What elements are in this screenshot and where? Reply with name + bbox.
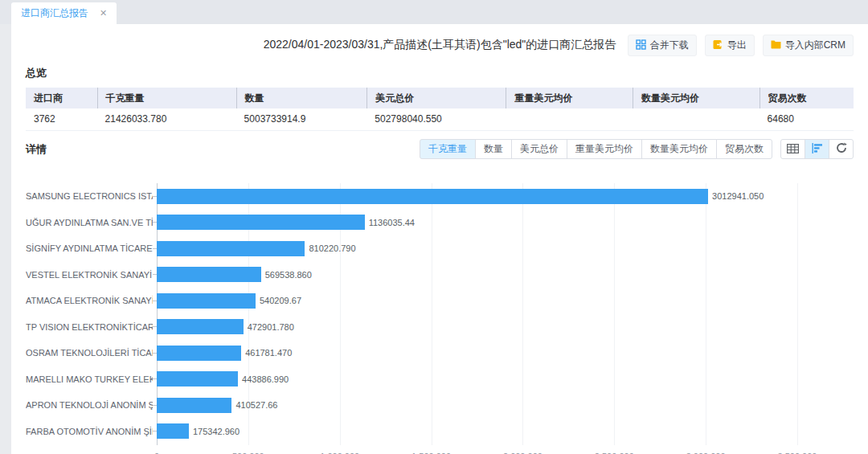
metric-tab-5[interactable]: 贸易次数 [716,139,772,159]
metric-tab-0[interactable]: 千克重量 [420,139,476,159]
overview-column-header: 进口商 [26,88,97,108]
bar[interactable] [157,189,708,204]
overview-column-header: 贸易次数 [760,88,854,108]
bar-value-label: 3012941.050 [712,191,764,201]
import-crm-label: 导入内部CRM [785,39,845,52]
bar-track: 3012941.050 [157,189,797,204]
report-panel: 2022/04/01-2023/03/31,产品描述(土耳其语)包含"led"的… [11,24,868,454]
bar-value-label: 461781.470 [245,348,292,358]
overview-cell: 502798040.550 [366,108,506,130]
metric-tab-3[interactable]: 重量美元均价 [567,139,642,159]
bar-track: 461781.470 [157,346,797,361]
table-view-button[interactable] [780,139,805,159]
bar[interactable] [157,215,365,230]
metric-tab-2[interactable]: 美元总价 [511,139,567,159]
category-label: SAMSUNG ELECTRONICS ISTANBUL P... [26,191,153,201]
bar-value-label: 410527.66 [235,400,277,410]
overview-column-header: 重量美元均价 [506,88,633,108]
overview-table: 进口商千克重量数量美元总价重量美元均价数量美元均价贸易次数 3762214260… [26,88,854,131]
bar-value-label: 175342.960 [193,427,240,436]
detail-section-title: 详情 [26,142,47,157]
category-label: SİGNİFY AYDINLATMA TİCARET ANO... [26,243,153,253]
merge-download-label: 合并下载 [650,39,689,52]
overview-cell: 64680 [760,108,854,130]
overview-column-header: 美元总价 [366,88,506,108]
bar-track: 810220.790 [157,241,797,256]
tab-title: 进口商汇总报告 [21,6,88,20]
bar-track: 175342.960 [157,423,797,439]
bar[interactable] [157,371,238,387]
bar[interactable] [157,398,231,413]
chart-row: APRON TEKNOLOJİ ANONİM ŞİRKETİ410527.66 [26,392,854,419]
x-axis: 0500,0001,000,0001,500,0002,000,0002,500… [157,447,797,454]
tab-close-icon[interactable]: ✕ [100,8,107,18]
import-crm-icon [771,39,781,51]
view-switcher [780,139,854,159]
bar-track: 540209.67 [157,293,797,309]
chart-row: MARELLI MAKO TURKEY ELEKTRİK S...443886.… [26,366,854,393]
export-button[interactable]: 导出 [705,35,755,56]
chart-row: FARBA OTOMOTİV ANONİM ŞİRKETİ175342.960 [26,419,854,445]
chart-row: TP VISION ELEKTRONİKTİCARET AN...472901.… [26,314,854,341]
overview-column-header: 数量 [236,88,367,108]
bar[interactable] [157,293,256,309]
import-crm-button[interactable]: 导入内部CRM [763,35,854,56]
bar-track: 1136035.44 [157,215,797,230]
category-label: APRON TEKNOLOJİ ANONİM ŞİRKETİ [26,400,153,410]
export-label: 导出 [727,39,747,52]
overview-cell: 3762 [26,108,97,130]
bar-track: 569538.860 [157,267,797,282]
tab-importer-summary-report[interactable]: 进口商汇总报告 ✕ [11,2,117,24]
category-label: UĞUR AYDINLATMA SAN.VE TİC.LTD... [26,218,153,227]
category-label: TP VISION ELEKTRONİKTİCARET AN... [26,322,153,332]
report-header: 2022/04/01-2023/03/31,产品描述(土耳其语)包含"led"的… [26,32,854,59]
merge-download-button[interactable]: 合并下载 [628,35,697,56]
overview-header-row: 进口商千克重量数量美元总价重量美元均价数量美元均价贸易次数 [26,88,854,108]
table-view-icon [787,142,799,157]
bar[interactable] [157,267,261,282]
metric-tab-1[interactable]: 数量 [475,139,512,159]
refresh-button[interactable] [829,139,854,159]
chart-row: VESTEL ELEKTRONİK SANAYİ VE Tİ...569538.… [26,262,854,288]
category-label: ATMACA ELEKTRONİK SANAYİ VE Tİ... [26,296,153,305]
overview-cell [633,108,760,130]
detail-section-header: 详情 千克重量数量美元总价重量美元均价数量美元均价贸易次数 [26,139,854,159]
bar[interactable] [157,319,244,334]
app-screen: 进口商汇总报告 ✕ 2022/04/01-2023/03/31,产品描述(土耳其… [0,0,868,454]
metric-tab-4[interactable]: 数量美元均价 [641,139,717,159]
bar-track: 472901.780 [157,319,797,334]
importer-bar-chart: SAMSUNG ELECTRONICS ISTANBUL P...3012941… [26,172,854,454]
overview-column-header: 千克重量 [97,88,236,108]
bar[interactable] [157,423,189,439]
bar-track: 443886.990 [157,371,797,387]
bar-chart-view-button[interactable] [805,139,829,159]
category-label: OSRAM TEKNOLOJİLERİ TİCARET AN... [26,348,153,358]
overview-section-title: 总览 [26,66,854,80]
chart-rows: SAMSUNG ELECTRONICS ISTANBUL P...3012941… [26,183,854,444]
chart-row: ATMACA ELEKTRONİK SANAYİ VE Tİ...540209.… [26,288,854,314]
category-label: VESTEL ELEKTRONİK SANAYİ VE Tİ... [26,270,153,280]
refresh-icon [836,142,847,157]
tab-bar: 进口商汇总报告 ✕ [0,0,868,24]
header-actions: 合并下载 导出 导入内部CRM [628,35,854,56]
bar-value-label: 810220.790 [309,243,355,253]
overview-column-header: 数量美元均价 [633,88,760,108]
bar[interactable] [157,346,241,361]
metric-tabs: 千克重量数量美元总价重量美元均价数量美元均价贸易次数 [420,139,772,159]
chart-row: SİGNİFY AYDINLATMA TİCARET ANO...810220.… [26,235,854,262]
chart-controls: 千克重量数量美元总价重量美元均价数量美元均价贸易次数 [420,139,854,159]
bar-value-label: 569538.860 [265,270,312,280]
bar[interactable] [157,241,305,256]
overview-cell: 5003733914.9 [236,108,367,130]
merge-download-icon [636,39,646,52]
bar-value-label: 1136035.44 [369,218,415,227]
bar-chart-view-icon [812,142,823,157]
bar-track: 410527.66 [157,398,797,413]
category-label: MARELLI MAKO TURKEY ELEKTRİK S... [26,374,153,384]
bar-value-label: 443886.990 [242,374,289,384]
bar-value-label: 472901.780 [248,322,294,332]
overview-data-row: 376221426033.7805003733914.9502798040.55… [26,108,854,131]
bar-value-label: 540209.67 [260,296,301,305]
chart-row: OSRAM TEKNOLOJİLERİ TİCARET AN...461781.… [26,340,854,366]
category-label: FARBA OTOMOTİV ANONİM ŞİRKETİ [26,427,153,436]
